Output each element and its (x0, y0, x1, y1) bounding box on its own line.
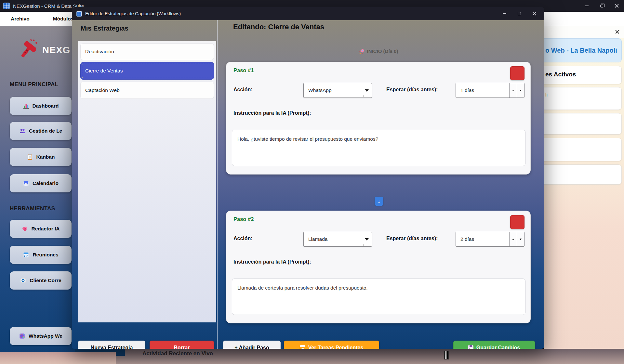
menu-modulos[interactable]: Módulos (53, 16, 74, 22)
flow-start-label: INICIO (Día 0) (226, 48, 531, 54)
sidebar-section-main: MENU PRINCIPAL (10, 81, 58, 88)
bottom-left-strip (0, 352, 116, 364)
menu-archivo[interactable]: Archivo (11, 16, 30, 22)
flow-start-text: INICIO (Día 0) (367, 48, 398, 54)
list-item[interactable] (540, 113, 622, 135)
down-arrow-icon (520, 90, 522, 91)
sidebar-item-kanban[interactable]: Kanban (10, 148, 72, 166)
minimize-icon (585, 6, 589, 6)
clipboard-icon (27, 154, 33, 160)
sidebar-item-redactor-ia[interactable]: Redactor IA (10, 220, 72, 238)
save-changes-label: Guardar Cambios (476, 345, 520, 349)
dialog-app-icon (76, 11, 82, 17)
calendar-icon (23, 180, 29, 187)
sidebar-item-cliente-correo[interactable]: Cliente Corre (10, 271, 72, 290)
panel-close-button[interactable] (614, 29, 620, 35)
save-icon (468, 345, 473, 349)
strategy-label: Reactivación (85, 49, 114, 55)
spinner-up-button[interactable] (509, 232, 517, 246)
strategy-item-reactivacion[interactable]: Reactivación (80, 43, 214, 60)
combo-notch (363, 95, 371, 97)
spinner-down-button[interactable] (517, 83, 524, 98)
action-select[interactable]: WhatsApp (303, 83, 372, 98)
main-restore-button[interactable] (594, 0, 609, 12)
add-step-button[interactable]: + Añadir Paso (223, 341, 281, 349)
right-panel-background (544, 38, 624, 349)
strategy-item-captacion-web[interactable]: Captación Web (80, 82, 214, 99)
dialog-close-button[interactable] (527, 7, 542, 20)
delete-step-button[interactable] (510, 66, 524, 80)
main-close-button[interactable] (609, 0, 624, 12)
chevron-down-icon (365, 89, 369, 92)
right-panel-banner: o Web - La Bella Napoli (540, 38, 622, 62)
save-changes-button[interactable]: Guardar Cambios (453, 341, 535, 349)
workflow-editor-dialog: Editor de Estrategias de Captación (Work… (72, 7, 544, 349)
delete-step-button[interactable] (510, 215, 524, 229)
maximize-icon (518, 12, 521, 15)
bar-chart-icon (23, 103, 29, 109)
combo-notch (363, 244, 371, 246)
sidebar-item-reuniones[interactable]: Reuniones (10, 246, 72, 264)
wait-label: Esperar (días antes): (386, 236, 438, 241)
sidebar-item-label: Redactor IA (32, 226, 60, 232)
close-icon (615, 30, 619, 34)
sidebar-item-label: Dashboard (33, 103, 59, 109)
close-icon (532, 12, 537, 16)
rocket-icon (359, 48, 365, 54)
prompt-label: Instrucción para la IA (Prompt): (233, 110, 311, 116)
spinner-down-button[interactable] (517, 232, 524, 246)
chevron-down-icon (365, 238, 369, 240)
view-tasks-label: Ver Tareas Pendientes (308, 345, 364, 349)
dialog-minimize-button[interactable] (497, 7, 512, 20)
card-text: li (545, 92, 621, 98)
dialog-title: Editor de Estrategias de Captación (Work… (85, 11, 181, 16)
wait-value: 2 días (456, 232, 509, 246)
wait-days-spinner[interactable]: 2 días (456, 232, 524, 247)
desktop: NEXGestion - CRM & Data Suite Archivo Mó… (0, 0, 624, 364)
brain-icon (22, 226, 28, 232)
sidebar-item-gestion-leads[interactable]: Gestión de Le (10, 122, 72, 140)
action-value: WhatsApp (308, 87, 332, 93)
prompt-textarea[interactable]: Llamada de cortesía para resolver dudas … (232, 279, 525, 315)
dialog-maximize-button[interactable] (512, 7, 527, 20)
close-icon (615, 4, 619, 8)
list-item[interactable] (540, 164, 622, 185)
sidebar-item-dashboard[interactable]: Dashboard (10, 97, 72, 115)
flow-down-arrow-icon: ↓ (375, 197, 383, 206)
activity-title: Actividad Reciente en Vivo (142, 350, 213, 357)
sidebar-item-whatsapp-web[interactable]: WhatsApp We (10, 327, 72, 345)
minimize-icon (503, 13, 506, 14)
list-item[interactable] (540, 138, 622, 161)
step-card-1: Paso #1 Acción: WhatsApp Esperar (días a… (226, 62, 531, 175)
up-arrow-icon (512, 239, 514, 240)
down-arrow-icon (520, 239, 522, 240)
wait-value: 1 días (456, 83, 509, 98)
brand-logo: NEXG (20, 38, 78, 62)
sidebar-item-label: WhatsApp We (29, 333, 62, 339)
action-label: Acción: (233, 236, 253, 241)
delete-strategy-button[interactable]: Borrar (150, 341, 214, 349)
dialog-body: Mis Estrategias Reactivación Cierre de V… (72, 20, 544, 349)
spinner-up-button[interactable] (509, 83, 517, 98)
list-item[interactable]: li (540, 87, 622, 110)
action-select[interactable]: Llamada (303, 232, 372, 247)
card-header-text: es Activos (545, 71, 621, 78)
wait-days-spinner[interactable]: 1 días (456, 83, 524, 98)
step-title: Paso #2 (233, 216, 254, 222)
people-icon (19, 128, 26, 134)
calendar-icon (23, 252, 29, 258)
hammer-logo-icon (20, 38, 38, 62)
sidebar-item-calendario[interactable]: Calendario (10, 174, 72, 192)
prompt-textarea[interactable]: Hola, ¿tuviste tiempo de revisar el pres… (232, 130, 525, 166)
strategy-list: Reactivación Cierre de Ventas Captación … (78, 41, 216, 322)
main-minimize-button[interactable] (579, 0, 594, 12)
strategy-item-cierre-de-ventas[interactable]: Cierre de Ventas (80, 62, 214, 80)
view-tasks-button[interactable]: Ver Tareas Pendientes (284, 341, 379, 349)
action-value: Llamada (308, 236, 327, 242)
sidebar-item-label: Cliente Corre (30, 278, 61, 283)
sidebar-item-label: Calendario (33, 180, 59, 186)
new-strategy-button[interactable]: Nueva Estrategia (78, 341, 145, 349)
sidebar: NEXG MENU PRINCIPAL Dashboard Gestión de… (0, 26, 75, 352)
strategy-label: Cierre de Ventas (85, 68, 123, 74)
panel-sash[interactable] (217, 20, 218, 349)
